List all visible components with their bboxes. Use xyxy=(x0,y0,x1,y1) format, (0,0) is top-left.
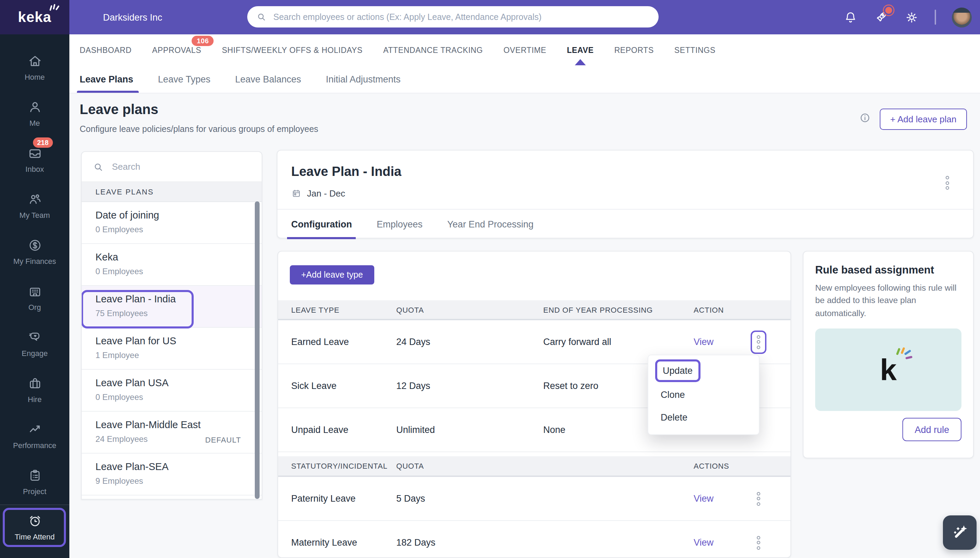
user-icon xyxy=(27,99,42,115)
row-context-menu: Update Clone Delete xyxy=(648,354,759,435)
plans-search[interactable] xyxy=(82,152,262,182)
leave-plan-list-item[interactable]: Leave Plan USA 0 Employees xyxy=(82,370,262,412)
row-kebab-button[interactable] xyxy=(751,487,766,510)
plan-employee-count: 9 Employees xyxy=(95,472,262,486)
k-logo-sparks-icon xyxy=(895,347,913,365)
leave-subnav: Leave Plans Leave Types Leave Balances I… xyxy=(69,65,980,94)
leave-plan-list-item[interactable]: Leave Plan for US 1 Employee xyxy=(82,328,262,370)
keka-logo[interactable]: keka xyxy=(0,0,69,34)
leave-plan-list-item[interactable]: Leave Plan-Middle East 24 Employees DEFA… xyxy=(82,412,262,453)
leave-plan-list-item[interactable]: Date of joining 0 Employees xyxy=(82,202,262,244)
sidebar-item[interactable]: My Team xyxy=(0,182,69,228)
leave-plan-list-item[interactable]: Keka 0 Employees xyxy=(82,244,262,286)
sidebar-item-label: Home xyxy=(25,72,45,81)
plan-name: Keka xyxy=(95,244,262,263)
nav-tab[interactable]: LEAVE xyxy=(567,34,594,65)
leave-type-name: Sick Leave xyxy=(291,381,396,391)
user-avatar[interactable] xyxy=(952,7,972,27)
home-icon xyxy=(27,53,42,68)
page-title: Leave plans xyxy=(80,102,158,118)
plans-scrollbar-thumb[interactable] xyxy=(255,201,260,499)
project-icon xyxy=(27,468,42,483)
sidebar-item-label: Project xyxy=(23,487,47,495)
hire-icon xyxy=(27,376,42,391)
plan-name: Date of joining xyxy=(95,202,262,221)
leave-plan-list-item[interactable]: Leave Plan-SEA 9 Employees xyxy=(82,453,262,496)
plan-employee-count: 75 Employees xyxy=(95,304,262,318)
plan-detail-tab[interactable]: Configuration xyxy=(291,210,352,239)
leave-type-name: Paternity Leave xyxy=(291,493,396,504)
sidebar-item[interactable]: Performance xyxy=(0,412,69,458)
sidebar-bottom-section: Time Attend xyxy=(0,504,69,558)
sidebar-item[interactable]: Engage xyxy=(0,320,69,366)
sidebar-item[interactable]: Hire xyxy=(0,366,69,412)
plan-detail-tab[interactable]: Year End Processing xyxy=(447,210,533,239)
context-menu-item[interactable]: Delete xyxy=(648,406,759,429)
nav-tab[interactable]: DASHBOARD xyxy=(80,34,131,65)
sidebar-item-label: Me xyxy=(29,118,40,127)
rule-panel-illustration: k xyxy=(815,329,962,411)
whats-new-rocket-icon[interactable] xyxy=(874,10,888,25)
top-bar: Darksiders Inc xyxy=(69,0,980,34)
nav-tab[interactable]: OVERTIME xyxy=(503,34,546,65)
add-leave-plan-button[interactable]: + Add leave plan xyxy=(880,108,967,130)
sidebar-item[interactable]: Home xyxy=(0,44,69,90)
global-search-input[interactable] xyxy=(272,11,650,22)
plan-period-label: Jan - Dec xyxy=(307,188,345,199)
keka-sparks-icon xyxy=(49,3,60,11)
alarm-clock-icon xyxy=(27,513,42,528)
row-kebab-button[interactable] xyxy=(751,330,766,354)
nav-tab[interactable]: SETTINGS xyxy=(674,34,716,65)
view-link[interactable]: View xyxy=(694,493,713,504)
plan-name: Leave Plan-Middle East xyxy=(95,412,262,430)
settings-gear-icon[interactable] xyxy=(905,10,919,25)
keka-k-logo: k xyxy=(880,353,897,387)
statutory-leave-row: Maternity Leave 182 Days View xyxy=(278,521,790,558)
add-rule-button[interactable]: Add rule xyxy=(902,418,962,441)
sidebar-item-label: Hire xyxy=(28,395,41,403)
sidebar-item-label: Engage xyxy=(21,349,48,357)
plan-name: Leave Plan-UK xyxy=(95,496,262,500)
leave-type-name: Unpaid Leave xyxy=(291,425,396,435)
sidebar-item-label: Inbox xyxy=(25,164,44,173)
info-icon[interactable] xyxy=(859,112,871,124)
sidebar-item[interactable]: My Finances xyxy=(0,228,69,274)
nav-tab[interactable]: SHIFTS/WEEKLY OFFS & HOLIDAYS xyxy=(222,34,363,65)
statutory-leave-row: Paternity Leave 5 Days View xyxy=(278,477,790,521)
plan-kebab-button[interactable] xyxy=(939,171,955,194)
nav-tab[interactable]: APPROVALS 106 xyxy=(152,34,201,65)
engage-icon xyxy=(27,330,42,345)
view-link[interactable]: View xyxy=(694,537,713,548)
sidebar-item[interactable]: Inbox 218 xyxy=(0,136,69,182)
notifications-bell-icon[interactable] xyxy=(843,10,858,25)
view-link[interactable]: View xyxy=(694,337,713,347)
subnav-tab[interactable]: Leave Plans xyxy=(80,65,133,93)
plans-search-input[interactable] xyxy=(111,161,251,172)
sidebar-item-label: Performance xyxy=(13,441,56,449)
row-kebab-button[interactable] xyxy=(751,531,766,554)
nav-tab[interactable]: REPORTS xyxy=(614,34,654,65)
team-icon xyxy=(27,191,42,207)
subnav-tab[interactable]: Leave Types xyxy=(158,65,211,93)
subnav-tab[interactable]: Initial Adjustments xyxy=(326,65,401,93)
subnav-tab[interactable]: Leave Balances xyxy=(235,65,301,93)
context-menu-item[interactable]: Update xyxy=(655,359,700,382)
sidebar-item[interactable]: Org xyxy=(0,274,69,320)
leave-type-quota: Unlimited xyxy=(396,425,543,435)
context-menu-item[interactable]: Clone xyxy=(648,384,759,406)
leave-type-quota: 5 Days xyxy=(396,493,543,504)
plan-detail-tab[interactable]: Employees xyxy=(377,210,423,239)
leave-plan-list-item[interactable]: Leave Plan - India 75 Employees xyxy=(82,286,262,328)
sidebar-item[interactable]: Me xyxy=(0,90,69,136)
leave-plan-list-item[interactable]: Leave Plan-UK 22 Employees xyxy=(82,496,262,500)
sidebar-item-time-attend[interactable]: Time Attend xyxy=(0,507,69,547)
sidebar-item[interactable]: Project xyxy=(0,458,69,504)
magic-wand-button[interactable] xyxy=(943,515,977,550)
add-leave-type-button[interactable]: +Add leave type xyxy=(290,265,374,284)
plan-name: Leave Plan - India xyxy=(95,286,262,304)
nav-tab[interactable]: ATTENDANCE TRACKING xyxy=(383,34,483,65)
module-nav: DASHBOARD APPROVALS 106 SHIFTS/WEEKLY OF… xyxy=(69,34,980,65)
global-search[interactable] xyxy=(247,6,659,28)
sidebar-item-label: Org xyxy=(28,303,41,311)
leave-type-quota: 182 Days xyxy=(396,537,543,548)
